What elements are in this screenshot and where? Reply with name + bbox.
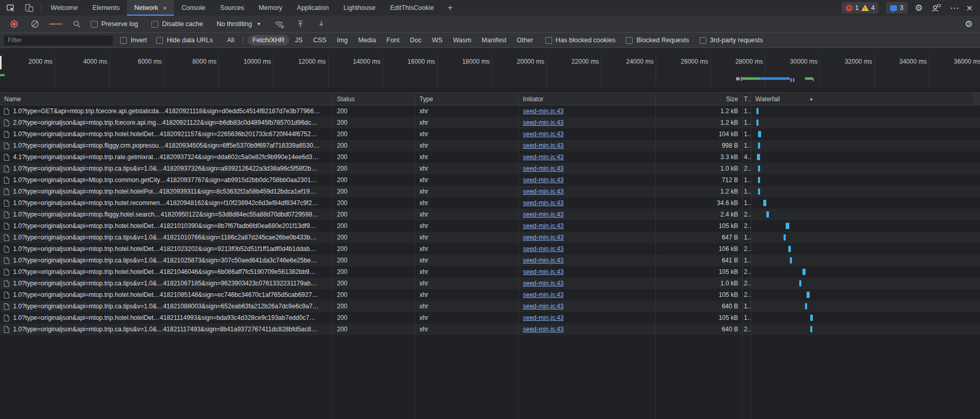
waterfall-cell[interactable]: [751, 232, 980, 243]
size-cell[interactable]: 105 kB: [656, 266, 743, 278]
request-name-cell[interactable]: 1.0?type=originaljson&api=mtop.trip.hote…: [0, 128, 333, 140]
errors-warnings-badge[interactable]: ✕ 1 ! 4: [842, 2, 879, 14]
type-cell[interactable]: xhr: [415, 151, 519, 163]
status-cell[interactable]: 200: [333, 255, 415, 266]
size-cell[interactable]: 105 kB: [656, 289, 743, 301]
checkbox-icon[interactable]: [120, 37, 127, 44]
checkbox-icon[interactable]: [151, 21, 158, 28]
request-name-cell[interactable]: 1.0?type=originaljson&api=mtop.trip.ca.t…: [0, 255, 333, 266]
waterfall-cell[interactable]: [751, 105, 980, 117]
request-row[interactable]: 1.0?type=originaljson&api=mtop.trip.ca.t…: [0, 324, 980, 335]
request-name-cell[interactable]: 1.0?type=originaljson&api=mtop.fliggy.ho…: [0, 209, 333, 220]
more-tabs-button[interactable]: +: [441, 0, 459, 16]
initiator-cell[interactable]: seed-min.js:43: [519, 117, 656, 128]
waterfall-cell[interactable]: [751, 220, 980, 232]
time-cell[interactable]: 2…: [743, 278, 751, 289]
type-filter-manifest[interactable]: Manifest: [477, 35, 511, 45]
status-cell[interactable]: 200: [333, 163, 415, 174]
type-cell[interactable]: xhr: [415, 255, 519, 266]
type-filter-css[interactable]: CSS: [308, 35, 331, 45]
request-name-cell[interactable]: 1.0?type=GET&api=mtop.trip.fcecore.api.g…: [0, 105, 333, 117]
initiator-link[interactable]: seed-min.js:43: [523, 234, 564, 241]
type-filter-other[interactable]: Other: [512, 35, 538, 45]
type-cell[interactable]: xhr: [415, 174, 519, 186]
size-cell[interactable]: 640 B: [656, 324, 743, 335]
type-cell[interactable]: xhr: [415, 197, 519, 209]
initiator-link[interactable]: seed-min.js:43: [523, 326, 564, 333]
waterfall-cell[interactable]: [751, 174, 980, 186]
initiator-cell[interactable]: seed-min.js:43: [519, 312, 656, 324]
type-filter-ws[interactable]: WS: [427, 35, 447, 45]
hide-data-urls-checkbox[interactable]: Hide data URLs: [156, 37, 213, 44]
type-cell[interactable]: xhr: [415, 312, 519, 324]
size-cell[interactable]: 1.0 kB: [656, 278, 743, 289]
type-cell[interactable]: xhr: [415, 278, 519, 289]
settings-gear-icon[interactable]: ⚙: [915, 4, 923, 13]
request-row[interactable]: 1.0?type=originaljson&api=Mtop.trip.comm…: [0, 174, 980, 186]
request-name-cell[interactable]: 1.0?type=originaljson&api=mtop.trip.hote…: [0, 266, 333, 278]
initiator-link[interactable]: seed-min.js:43: [523, 280, 564, 287]
size-cell[interactable]: 1.0 kB: [656, 163, 743, 174]
initiator-cell[interactable]: seed-min.js:43: [519, 174, 656, 186]
request-name-cell[interactable]: 1.0?type=originaljson&api=mtop.trip.hote…: [0, 243, 333, 255]
initiator-link[interactable]: seed-min.js:43: [523, 165, 564, 172]
time-cell[interactable]: 2…: [743, 243, 751, 255]
request-row[interactable]: 1.0?type=originaljson&api=mtop.trip.ca.t…: [0, 255, 980, 266]
request-name-cell[interactable]: 1.0?type=originaljson&api=mtop.trip.ca.t…: [0, 163, 333, 174]
time-cell[interactable]: 1…: [743, 255, 751, 266]
request-row[interactable]: 1.0?type=originaljson&api=mtop.trip.hote…: [0, 312, 980, 324]
network-conditions-icon[interactable]: [273, 17, 286, 31]
type-cell[interactable]: xhr: [415, 117, 519, 128]
initiator-cell[interactable]: seed-min.js:43: [519, 151, 656, 163]
initiator-cell[interactable]: seed-min.js:43: [519, 220, 656, 232]
checkbox-icon[interactable]: [91, 21, 98, 28]
checkbox-icon[interactable]: [156, 37, 163, 44]
time-cell[interactable]: 2…: [743, 163, 751, 174]
time-cell[interactable]: 1…: [743, 117, 751, 128]
tab-application[interactable]: Application: [289, 0, 336, 16]
tab-lighthouse[interactable]: Lighthouse: [336, 0, 382, 16]
tab-sources[interactable]: Sources: [213, 0, 251, 16]
request-name-cell[interactable]: 1.0?type=originaljson&api=mtop.trip.hote…: [0, 186, 333, 197]
initiator-link[interactable]: seed-min.js:43: [523, 211, 564, 218]
request-row[interactable]: 1.0?type=originaljson&api=mtop.trip.ca.t…: [0, 278, 980, 289]
waterfall-cell[interactable]: [751, 117, 980, 128]
request-name-cell[interactable]: 1.0?type=originaljson&api=mtop.trip.hote…: [0, 289, 333, 301]
status-cell[interactable]: 200: [333, 151, 415, 163]
initiator-cell[interactable]: seed-min.js:43: [519, 278, 656, 289]
type-cell[interactable]: xhr: [415, 140, 519, 151]
status-cell[interactable]: 200: [333, 301, 415, 312]
request-row[interactable]: 1.0?type=originaljson&api=mtop.trip.hote…: [0, 197, 980, 209]
column-header-size[interactable]: Size: [656, 93, 743, 105]
initiator-link[interactable]: seed-min.js:43: [523, 303, 564, 310]
time-cell[interactable]: 1…: [743, 197, 751, 209]
time-cell[interactable]: 1…: [743, 128, 751, 140]
size-cell[interactable]: 104 kB: [656, 128, 743, 140]
3rd-party-requests-checkbox[interactable]: 3rd-party requests: [699, 37, 763, 44]
size-cell[interactable]: 34.6 kB: [656, 197, 743, 209]
status-cell[interactable]: 200: [333, 324, 415, 335]
initiator-cell[interactable]: seed-min.js:43: [519, 243, 656, 255]
initiator-link[interactable]: seed-min.js:43: [523, 245, 564, 253]
time-cell[interactable]: 1…: [743, 301, 751, 312]
waterfall-cell[interactable]: [751, 151, 980, 163]
initiator-link[interactable]: seed-min.js:43: [523, 176, 564, 184]
waterfall-cell[interactable]: [751, 312, 980, 324]
status-cell[interactable]: 200: [333, 243, 415, 255]
tab-elements[interactable]: Elements: [85, 0, 127, 16]
initiator-cell[interactable]: seed-min.js:43: [519, 197, 656, 209]
initiator-link[interactable]: seed-min.js:43: [523, 142, 564, 149]
request-row[interactable]: 1.0?type=originaljson&api=mtop.trip.hote…: [0, 220, 980, 232]
request-name-cell[interactable]: 2.0?type=originaljson&api=mtop.trip.fcec…: [0, 117, 333, 128]
time-cell[interactable]: 1…: [743, 140, 751, 151]
size-cell[interactable]: 2.4 kB: [656, 209, 743, 220]
request-row[interactable]: 1.0?type=originaljson&api=mtop.trip.hote…: [0, 289, 980, 301]
request-name-cell[interactable]: 1.0?type=originaljson&api=mtop.trip.hote…: [0, 312, 333, 324]
preserve-log-checkbox[interactable]: Preserve log: [91, 20, 138, 28]
request-row[interactable]: 1.0?type=originaljson&api=mtop.trip.ca.t…: [0, 301, 980, 312]
time-cell[interactable]: 1…: [743, 105, 751, 117]
size-cell[interactable]: 641 B: [656, 255, 743, 266]
waterfall-cell[interactable]: [751, 289, 980, 301]
column-header-time[interactable]: T…: [743, 93, 751, 105]
time-cell[interactable]: 2…: [743, 220, 751, 232]
